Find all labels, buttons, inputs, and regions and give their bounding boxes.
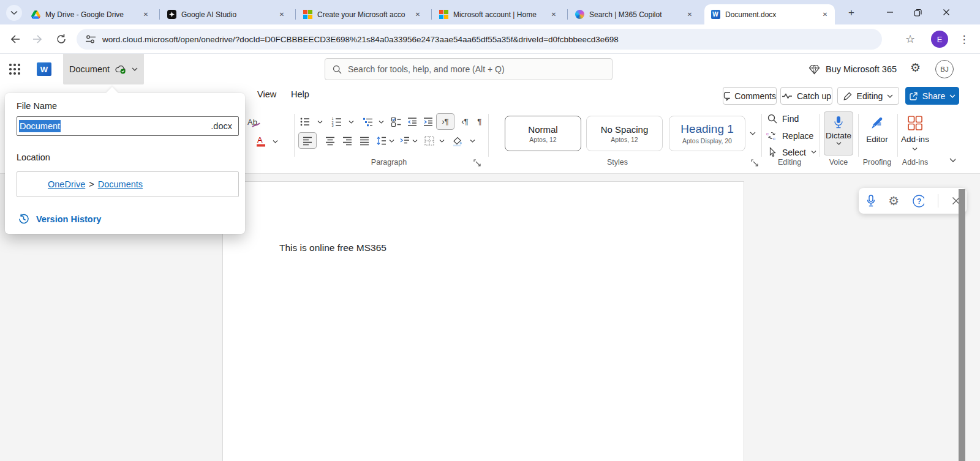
editor-pen-icon xyxy=(869,115,885,131)
font-color-dropdown[interactable] xyxy=(272,138,278,144)
tab-close-icon[interactable]: ✕ xyxy=(685,10,695,20)
align-right-button[interactable] xyxy=(341,134,354,148)
breadcrumb-documents-link[interactable]: Documents xyxy=(98,179,143,189)
checklist-button[interactable] xyxy=(390,115,403,129)
paragraph-spacing-button[interactable] xyxy=(398,134,412,148)
style-no-spacing[interactable]: No Spacing Aptos, 12 xyxy=(586,116,663,151)
paragraph-dialog-launcher[interactable] xyxy=(470,156,484,170)
search-icon xyxy=(333,65,342,74)
breadcrumb-onedrive-link[interactable]: OneDrive xyxy=(48,179,85,189)
version-history-button[interactable]: Version History xyxy=(18,213,101,225)
style-normal[interactable]: Normal Aptos, 12 xyxy=(505,116,581,151)
font-color-button[interactable]: A xyxy=(254,135,268,148)
tab-ai-studio[interactable]: Google AI Studio ✕ xyxy=(160,4,295,24)
site-settings-icon[interactable] xyxy=(85,34,96,44)
shading-button[interactable] xyxy=(451,134,464,148)
microphone-icon[interactable] xyxy=(866,195,875,208)
left-to-right-button[interactable]: ›¶ xyxy=(436,113,454,130)
line-spacing-button[interactable] xyxy=(375,134,388,148)
window-restore-button[interactable] xyxy=(905,0,930,24)
catch-up-button[interactable]: Catch up xyxy=(780,87,832,105)
comments-button[interactable]: Comments xyxy=(723,87,777,105)
numbered-list-button[interactable]: 123 xyxy=(330,115,344,129)
select-label: Select xyxy=(782,148,806,157)
app-launcher-icon[interactable] xyxy=(9,64,20,75)
dialog-launcher-icon xyxy=(473,159,481,167)
tab-search-button[interactable] xyxy=(6,5,22,21)
tab-close-icon[interactable]: ✕ xyxy=(277,10,287,20)
line-spacing-dropdown[interactable] xyxy=(388,138,394,144)
document-text[interactable]: This is online free MS365 xyxy=(279,242,386,253)
collapse-ribbon-button[interactable] xyxy=(949,157,956,163)
bullet-list-dropdown[interactable] xyxy=(317,119,323,125)
app-search-input[interactable]: Search for tools, help, and more (Alt + … xyxy=(325,58,612,80)
right-to-left-button[interactable]: ‹¶ xyxy=(458,114,472,128)
replace-button[interactable]: cc Replace xyxy=(766,130,813,141)
reload-button[interactable] xyxy=(54,32,69,47)
align-left-button[interactable] xyxy=(298,132,317,149)
voice-group-label: Voice xyxy=(829,158,848,167)
bullet-list-button[interactable] xyxy=(298,115,312,129)
file-name-input[interactable]: Document .docx xyxy=(17,116,239,136)
tab-microsoft-account[interactable]: Microsoft account | Home ✕ xyxy=(432,4,567,24)
pulse-icon xyxy=(782,92,793,100)
tab-help[interactable]: Help xyxy=(291,89,309,99)
text-effects-button[interactable]: Ab xyxy=(247,116,261,130)
window-close-button[interactable] xyxy=(933,0,959,24)
add-ins-button[interactable]: Add-ins xyxy=(901,115,929,151)
tab-close-icon[interactable]: ✕ xyxy=(141,10,151,20)
editing-mode-button[interactable]: Editing xyxy=(837,87,899,105)
dictation-settings-gear-icon[interactable]: ⚙ xyxy=(888,195,899,207)
tab-view[interactable]: View xyxy=(257,89,276,99)
numbered-list-dropdown[interactable] xyxy=(348,119,354,125)
tab-close-icon[interactable]: ✕ xyxy=(413,10,423,20)
window-minimize-button[interactable] xyxy=(877,0,903,24)
address-bar[interactable]: word.cloud.microsoft/open/onedrive/?docI… xyxy=(77,29,882,50)
align-left-icon xyxy=(302,136,313,146)
back-button[interactable] xyxy=(7,32,22,47)
styles-dialog-launcher[interactable] xyxy=(748,156,761,170)
help-icon[interactable]: ? xyxy=(913,195,924,208)
increase-indent-button[interactable] xyxy=(421,115,435,129)
show-formatting-button[interactable]: ¶ xyxy=(473,114,486,128)
align-center-button[interactable] xyxy=(323,134,337,148)
add-ins-grid-icon xyxy=(907,115,923,131)
account-avatar[interactable]: BJ xyxy=(935,60,954,78)
tab-title: Document.docx xyxy=(725,10,816,19)
style-heading-1[interactable]: Heading 1 Aptos Display, 20 xyxy=(669,116,745,151)
multilevel-list-dropdown[interactable] xyxy=(378,119,384,125)
dictate-button[interactable]: Dictate xyxy=(824,111,853,156)
pilcrow-icon: ¶ xyxy=(477,117,481,126)
tab-close-icon[interactable]: ✕ xyxy=(549,10,559,20)
find-button[interactable]: Find xyxy=(767,114,799,124)
tab-title: Microsoft account | Home xyxy=(453,10,545,19)
tab-document-active[interactable]: W Document.docx ✕ xyxy=(704,4,835,24)
editor-button[interactable]: Editor xyxy=(866,115,888,144)
tab-close-icon[interactable]: ✕ xyxy=(820,10,830,20)
styles-gallery-dropdown[interactable] xyxy=(750,130,756,137)
select-button[interactable]: Select xyxy=(767,147,816,157)
buy-microsoft-365-button[interactable]: Buy Microsoft 365 xyxy=(809,54,897,84)
style-font: Aptos, 12 xyxy=(611,136,638,143)
document-page[interactable]: This is online free MS365 xyxy=(222,181,744,461)
decrease-indent-button[interactable] xyxy=(405,115,419,129)
browser-menu-button[interactable]: ⋮ xyxy=(957,32,971,47)
forward-button[interactable] xyxy=(31,32,45,47)
tab-create-account[interactable]: Create your Microsoft acco ✕ xyxy=(296,4,431,24)
shading-dropdown[interactable] xyxy=(469,138,475,144)
tab-google-drive[interactable]: My Drive - Google Drive ✕ xyxy=(24,4,159,24)
new-tab-button[interactable]: + xyxy=(844,6,859,20)
settings-gear-icon[interactable]: ⚙ xyxy=(910,62,921,73)
buy-label: Buy Microsoft 365 xyxy=(826,64,897,74)
bookmark-star-button[interactable]: ☆ xyxy=(903,32,918,47)
borders-button[interactable] xyxy=(423,134,436,148)
borders-dropdown[interactable] xyxy=(439,138,445,144)
share-button[interactable]: Share xyxy=(905,87,959,105)
vertical-scrollbar[interactable] xyxy=(959,189,965,461)
paragraph-spacing-dropdown[interactable] xyxy=(412,138,418,144)
document-title-button[interactable]: Document xyxy=(63,54,144,84)
justify-button[interactable] xyxy=(358,134,371,148)
browser-profile-avatar[interactable]: E xyxy=(931,31,948,48)
tab-copilot-search[interactable]: Search | M365 Copilot ✕ xyxy=(568,4,703,24)
multilevel-list-button[interactable] xyxy=(361,115,375,129)
